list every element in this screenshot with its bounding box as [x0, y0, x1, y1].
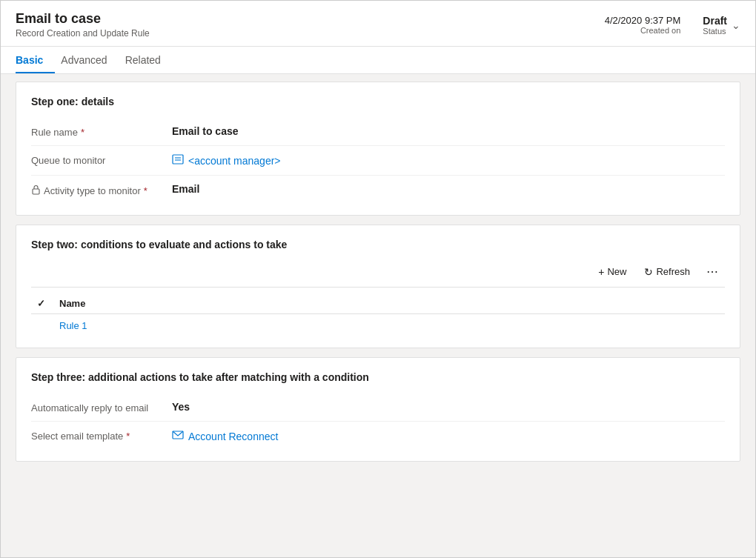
- step-one-card: Step one: details Rule name * Email to c…: [16, 82, 740, 216]
- tab-bar: Basic Advanced Related: [1, 47, 755, 74]
- rule-name-value: Email to case: [172, 125, 725, 137]
- plus-icon: +: [598, 266, 604, 278]
- svg-rect-3: [33, 189, 39, 194]
- lock-icon: [31, 185, 41, 197]
- queue-to-monitor-label: Queue to monitor: [31, 153, 172, 166]
- required-star-3: *: [126, 431, 130, 442]
- status-value: Draft: [703, 15, 727, 27]
- refresh-icon: ↻: [644, 266, 653, 278]
- step-two-card: Step two: conditions to evaluate and act…: [16, 225, 740, 348]
- table-header-row: ✓ Name: [31, 293, 725, 314]
- auto-reply-value: Yes: [172, 401, 725, 413]
- table-header-name: Name: [53, 293, 725, 314]
- step-two-toolbar: + New ↻ Refresh ⋯: [31, 261, 725, 288]
- header-meta: 4/2/2020 9:37 PM Created on: [605, 15, 681, 35]
- page-subtitle: Record Creation and Update Rule: [16, 28, 150, 39]
- check-icon: ✓: [37, 298, 45, 309]
- auto-reply-row: Automatically reply to email Yes: [31, 393, 725, 422]
- new-button[interactable]: + New: [591, 262, 634, 282]
- required-star-2: *: [144, 185, 147, 196]
- queue-to-monitor-value[interactable]: <account manager>: [172, 153, 725, 167]
- page-title: Email to case: [16, 11, 150, 27]
- main-content: Step one: details Rule name * Email to c…: [1, 74, 755, 557]
- svg-rect-0: [173, 155, 183, 164]
- step-two-title: Step two: conditions to evaluate and act…: [31, 239, 725, 250]
- status-text-wrap: Draft Status: [703, 15, 727, 36]
- auto-reply-label: Automatically reply to email: [31, 401, 172, 413]
- email-template-row: Select email template * Account Reconnec…: [31, 422, 725, 451]
- header-right: 4/2/2020 9:37 PM Created on Draft Status…: [605, 15, 740, 36]
- created-on-label: Created on: [605, 26, 681, 35]
- created-date: 4/2/2020 9:37 PM: [605, 15, 681, 26]
- tab-advanced[interactable]: Advanced: [61, 47, 119, 73]
- required-star: *: [81, 127, 84, 138]
- tab-related[interactable]: Related: [125, 47, 173, 73]
- more-options-button[interactable]: ⋯: [700, 261, 725, 282]
- table-row[interactable]: Rule 1: [31, 314, 725, 338]
- activity-type-label: Activity type to monitor *: [31, 183, 172, 197]
- email-template-value[interactable]: Account Reconnect: [172, 429, 725, 443]
- step-three-card: Step three: additional actions to take a…: [16, 357, 740, 462]
- activity-type-row: Activity type to monitor * Email: [31, 176, 725, 205]
- table-cell-name[interactable]: Rule 1: [53, 314, 725, 338]
- step-three-title: Step three: additional actions to take a…: [31, 371, 725, 383]
- queue-to-monitor-row: Queue to monitor <account manager>: [31, 146, 725, 176]
- activity-type-value: Email: [172, 183, 725, 195]
- status-label: Status: [703, 27, 727, 36]
- table-header-check: ✓: [31, 293, 53, 314]
- rule-name-label: Rule name *: [31, 125, 172, 138]
- chevron-down-icon[interactable]: ⌄: [732, 19, 740, 31]
- rule-name-row: Rule name * Email to case: [31, 118, 725, 146]
- refresh-button[interactable]: ↻ Refresh: [637, 262, 697, 282]
- email-template-icon: [172, 429, 184, 443]
- status-block[interactable]: Draft Status ⌄: [703, 15, 740, 36]
- table-cell-check: [31, 314, 53, 338]
- header-left: Email to case Record Creation and Update…: [16, 11, 150, 39]
- step-one-title: Step one: details: [31, 96, 725, 107]
- header: Email to case Record Creation and Update…: [1, 1, 755, 47]
- queue-icon: [172, 153, 184, 167]
- conditions-table: ✓ Name Rule 1: [31, 293, 725, 337]
- email-template-label: Select email template *: [31, 429, 172, 442]
- tab-basic[interactable]: Basic: [16, 47, 55, 73]
